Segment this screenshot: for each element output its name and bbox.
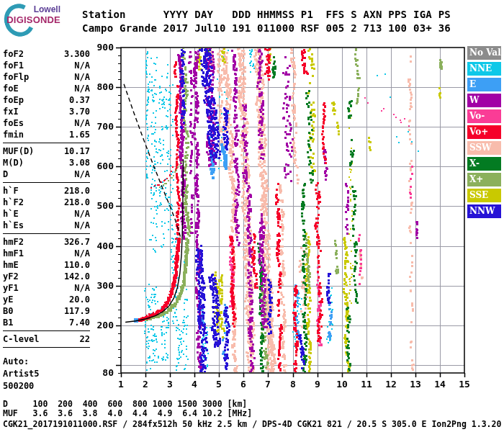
autoscaling-line: 500200	[3, 380, 90, 392]
param-label: hmF2	[3, 236, 24, 248]
param-value: 326.7	[64, 236, 90, 248]
param-label: foEs	[3, 117, 24, 129]
param-value: 110.0	[64, 259, 90, 271]
param-row: C-level22	[3, 333, 90, 345]
param-value: 218.0	[64, 197, 90, 208]
x-tick-label: 15	[455, 379, 474, 390]
param-value: N/A	[74, 282, 90, 294]
param-row: M(D)3.08	[3, 157, 90, 168]
x-tick-label: 2	[136, 379, 155, 390]
x-tick-label: 3	[161, 379, 179, 390]
legend-item-vo-: Vo-	[467, 109, 501, 123]
param-row: foF1N/A	[3, 60, 90, 71]
x-tick-label: 4	[185, 379, 204, 390]
y-tick-label: 500	[91, 201, 114, 211]
param-label: hmF1	[3, 248, 24, 259]
autoscaling-line: Auto:	[3, 356, 90, 368]
param-value: N/A	[74, 83, 90, 94]
param-label: foFlp	[3, 71, 29, 83]
param-group: hmF2326.7hmF1N/AhmE110.0yF2142.0yF1N/AyE…	[3, 235, 90, 331]
x-tick-label: 12	[382, 379, 400, 390]
y-tick-label: 300	[91, 281, 114, 291]
param-value: N/A	[74, 168, 90, 180]
param-value: N/A	[74, 117, 90, 129]
x-tick-label: 5	[210, 379, 228, 390]
param-row: h`EsN/A	[3, 220, 90, 231]
legend-item-no-val: No Val	[467, 46, 501, 60]
x-tick-label: 1	[112, 379, 130, 390]
header-block: Station YYYY DAY DDD HHMMSS P1 FFS S AXN…	[82, 8, 451, 35]
y-tick-label: 600	[91, 161, 114, 171]
param-group: foF23.300foF1N/AfoFlpN/AfoEN/AfoEp0.37fx…	[3, 48, 90, 143]
x-tick-label: 11	[357, 379, 376, 390]
param-value: 3.08	[69, 157, 90, 168]
param-row: yF1N/A	[3, 282, 90, 294]
digisonde-logo: Lowell DIGISONDE	[3, 2, 78, 34]
muf-row: MUF 3.6 3.6 3.8 4.0 4.4 4.9 6.4 10.2 [MH…	[3, 409, 252, 418]
x-tick-label: 10	[333, 379, 351, 390]
param-row: foEp0.37	[3, 94, 90, 106]
param-value: 10.17	[64, 145, 90, 157]
param-label: yE	[3, 294, 13, 305]
param-value: 3.300	[64, 48, 90, 60]
y-tick-label: 700	[91, 122, 114, 132]
param-row: MUF(D)10.17	[3, 145, 90, 157]
param-row: fxI3.70	[3, 106, 90, 117]
x-tick-label: 8	[284, 379, 302, 390]
legend-item-w: W	[467, 94, 501, 107]
y-tick-label: 800	[91, 82, 114, 92]
logo-lowell-label: Lowell	[6, 5, 60, 14]
param-row: yF2142.0	[3, 271, 90, 282]
parameter-panel: foF23.300foF1N/AfoFlpN/AfoEN/AfoEp0.37fx…	[3, 48, 90, 392]
param-label: foEp	[3, 94, 24, 106]
param-row: B17.40	[3, 317, 90, 328]
x-tick-label: 6	[234, 379, 253, 390]
logo-text: Lowell DIGISONDE	[6, 5, 60, 25]
param-value: N/A	[74, 220, 90, 231]
param-value: 1.65	[69, 129, 90, 140]
x-tick-label: 9	[308, 379, 327, 390]
param-label: foF1	[3, 60, 24, 71]
autoscaling-info: Auto:Artist5500200	[3, 356, 90, 392]
legend-item-x-: X+	[467, 173, 501, 186]
param-label: fmin	[3, 129, 24, 140]
param-label: h`E	[3, 208, 19, 220]
legend-item-vo-: Vo+	[467, 125, 501, 139]
param-row: hmF1N/A	[3, 248, 90, 259]
param-label: yF1	[3, 282, 19, 294]
x-tick-label: 13	[406, 379, 425, 390]
param-row: foEN/A	[3, 83, 90, 94]
param-row: h`EN/A	[3, 208, 90, 220]
param-row: yE20.0	[3, 294, 90, 305]
param-group: MUF(D)10.17M(D)3.08DN/A	[3, 145, 90, 183]
param-label: M(D)	[3, 157, 24, 168]
param-label: foF2	[3, 48, 24, 60]
param-row: hmE110.0	[3, 259, 90, 271]
param-value: 22	[80, 333, 90, 345]
param-value: 3.70	[69, 106, 90, 117]
param-label: hmE	[3, 259, 19, 271]
header-values-line: Campo Grande 2017 Jul10 191 011000 RSF 0…	[82, 22, 451, 34]
param-value: 20.0	[69, 294, 90, 305]
param-value: 218.0	[64, 185, 90, 197]
legend-item-nne: NNE	[467, 62, 501, 76]
param-label: D	[3, 168, 8, 180]
legend-item-sse: SSE	[467, 189, 501, 202]
param-row: h`F218.0	[3, 185, 90, 197]
param-value: 0.37	[69, 94, 90, 106]
param-label: B1	[3, 317, 13, 328]
param-value: 7.40	[69, 317, 90, 328]
param-value: 142.0	[64, 271, 90, 282]
param-value: N/A	[74, 60, 90, 71]
param-value: N/A	[74, 71, 90, 83]
param-value: 117.9	[64, 305, 90, 317]
param-label: B0	[3, 305, 13, 317]
param-label: yF2	[3, 271, 19, 282]
autoscaling-line: Artist5	[3, 368, 90, 380]
param-group: h`F218.0h`F2218.0h`EN/Ah`EsN/A	[3, 184, 90, 234]
param-label: foE	[3, 83, 19, 94]
param-label: h`F2	[3, 197, 24, 208]
y-tick-label: 900	[91, 42, 114, 53]
param-row: B0117.9	[3, 305, 90, 317]
ionogram-app: Lowell DIGISONDE Station YYYY DAY DDD HH…	[0, 0, 504, 432]
